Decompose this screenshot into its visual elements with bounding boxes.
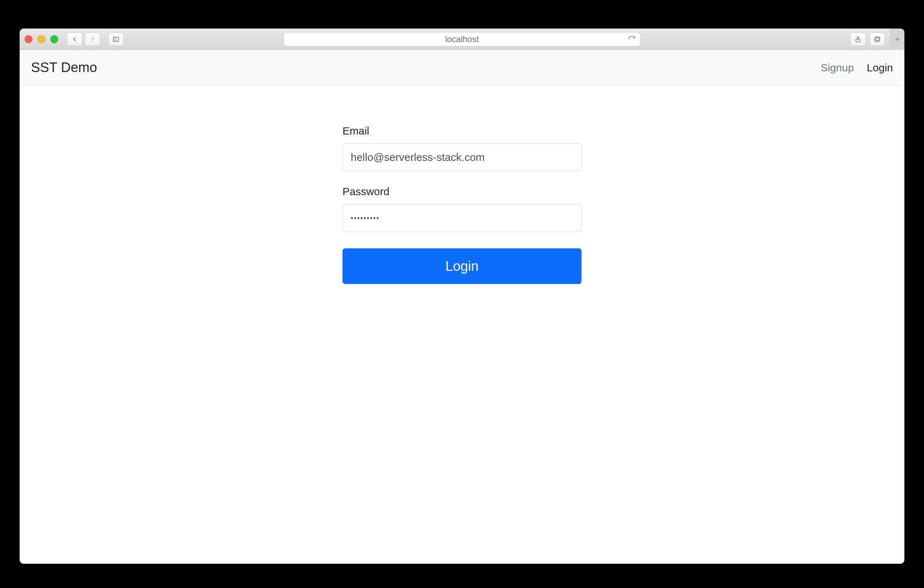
share-button[interactable] bbox=[850, 33, 866, 46]
nav-signup-link[interactable]: Signup bbox=[820, 62, 854, 74]
reload-button[interactable] bbox=[628, 35, 636, 43]
sidebar-toggle-button[interactable] bbox=[108, 33, 124, 46]
address-bar[interactable]: localhost bbox=[284, 32, 640, 46]
svg-rect-4 bbox=[875, 38, 879, 41]
login-form: Email Password Login bbox=[343, 125, 581, 564]
titlebar-right: + bbox=[850, 28, 899, 50]
email-field[interactable] bbox=[343, 144, 581, 171]
new-tab-button[interactable]: + bbox=[890, 28, 904, 50]
minimize-window-button[interactable] bbox=[38, 35, 45, 43]
chevron-right-icon bbox=[89, 36, 96, 43]
chevron-left-icon bbox=[71, 36, 78, 43]
browser-window: localhost + bbox=[20, 28, 904, 564]
nav-buttons bbox=[67, 33, 100, 46]
page-content: Email Password Login bbox=[20, 86, 904, 564]
back-button[interactable] bbox=[67, 33, 82, 46]
tabs-button[interactable] bbox=[870, 33, 885, 46]
window-controls bbox=[25, 35, 58, 43]
svg-rect-3 bbox=[876, 37, 880, 41]
reload-icon bbox=[628, 35, 636, 43]
close-window-button[interactable] bbox=[25, 35, 33, 43]
app-navbar: SST Demo Signup Login bbox=[20, 50, 904, 86]
plus-icon: + bbox=[895, 33, 900, 45]
address-text: localhost bbox=[445, 34, 479, 44]
address-bar-container: localhost bbox=[284, 32, 640, 46]
email-label: Email bbox=[343, 125, 581, 137]
password-label: Password bbox=[343, 185, 581, 198]
brand-title[interactable]: SST Demo bbox=[31, 60, 97, 75]
share-icon bbox=[855, 36, 861, 43]
svg-rect-0 bbox=[114, 37, 119, 41]
forward-button[interactable] bbox=[84, 33, 100, 46]
tabs-icon bbox=[874, 36, 881, 43]
navbar-right: Signup Login bbox=[820, 62, 893, 74]
nav-login-link[interactable]: Login bbox=[867, 62, 893, 74]
login-button[interactable]: Login bbox=[343, 248, 581, 284]
sidebar-icon bbox=[112, 36, 119, 43]
zoom-window-button[interactable] bbox=[50, 35, 58, 43]
browser-titlebar: localhost + bbox=[20, 28, 904, 50]
password-field[interactable] bbox=[343, 204, 581, 232]
